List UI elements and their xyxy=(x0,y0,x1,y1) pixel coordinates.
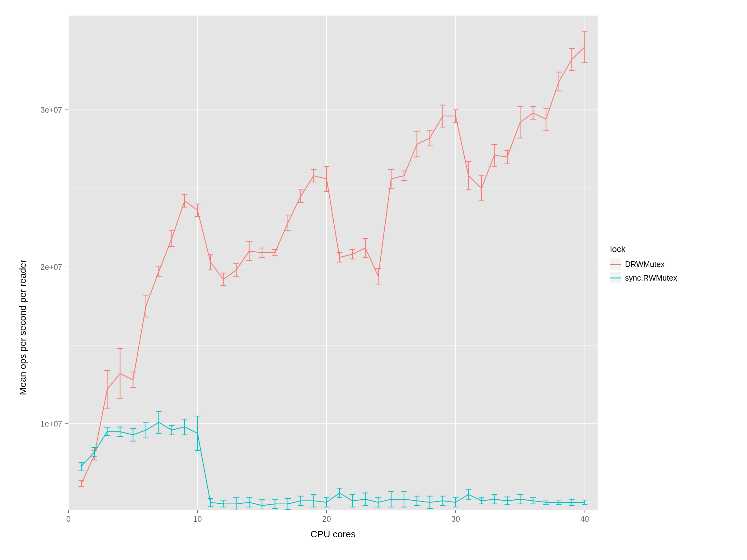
plot-svg xyxy=(69,16,598,510)
legend-key xyxy=(610,259,621,270)
chart-container: Mean ops per second per reader CPU cores… xyxy=(0,0,747,560)
y-tick-label: 1e+07 xyxy=(0,419,62,428)
legend-label: DRWMutex xyxy=(625,260,665,269)
x-tick-label: 10 xyxy=(188,514,207,524)
y-axis-title: Mean ops per second per reader xyxy=(18,260,28,395)
x-tick-label: 0 xyxy=(59,514,78,524)
legend-key xyxy=(610,272,621,284)
legend-title: lock xyxy=(610,244,677,254)
series-line xyxy=(81,47,585,483)
legend-line-icon xyxy=(610,277,621,278)
y-tick-label: 2e+07 xyxy=(0,263,62,272)
legend-item: sync.RWMutex xyxy=(610,272,677,284)
x-tick-label: 40 xyxy=(575,514,594,524)
x-tick-label: 30 xyxy=(446,514,465,524)
x-axis-title: CPU cores xyxy=(69,529,598,539)
error-bar xyxy=(78,462,84,470)
legend-item: DRWMutex xyxy=(610,259,677,270)
legend: lockDRWMutexsync.RWMutex xyxy=(610,244,677,286)
error-bar xyxy=(78,480,84,486)
x-tick-label: 20 xyxy=(317,514,336,524)
legend-label: sync.RWMutex xyxy=(625,273,677,283)
y-tick-label: 3e+07 xyxy=(0,105,62,114)
legend-line-icon xyxy=(610,264,621,265)
plot-area xyxy=(69,16,598,510)
series-line xyxy=(81,422,585,506)
